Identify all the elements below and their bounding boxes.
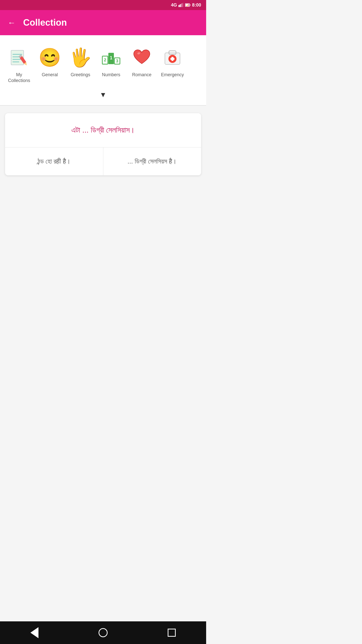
general-label: General xyxy=(42,72,58,78)
chevron-row[interactable]: ▼ xyxy=(0,88,206,103)
phrase-card: এটা ... ডিগ্রী সেলসিয়াস। ঠন্ড হো রही है… xyxy=(5,113,201,175)
greetings-icon: 🖐 xyxy=(69,48,92,66)
numbers-icon-wrap: 1 2 3 xyxy=(99,45,124,70)
romance-icon xyxy=(132,47,152,67)
greetings-label: Greetings xyxy=(71,72,90,78)
my-collections-icon xyxy=(9,47,29,67)
my-collections-label: My Collections xyxy=(7,72,32,84)
greetings-icon-wrap: 🖐 xyxy=(68,45,93,70)
signal-icon xyxy=(178,3,184,7)
numbers-label: Numbers xyxy=(102,72,120,78)
back-button[interactable]: ← xyxy=(8,19,16,27)
category-numbers[interactable]: 1 2 3 Numbers xyxy=(97,43,125,80)
my-collections-icon-wrap xyxy=(7,45,32,70)
card-sub-text-right: ... ডিগ্রী সেলসিয়স है। xyxy=(127,157,177,165)
svg-text:3: 3 xyxy=(116,59,118,63)
svg-rect-3 xyxy=(182,3,183,7)
general-icon-wrap: 😊 xyxy=(37,45,62,70)
svg-rect-5 xyxy=(190,4,190,6)
card-bottom-left[interactable]: ঠন্ড হো রही है। xyxy=(5,147,103,175)
status-bar: 4G ⚡ 8:00 xyxy=(0,0,206,10)
svg-rect-1 xyxy=(180,4,181,7)
network-label: 4G xyxy=(171,3,177,8)
category-my-collections[interactable]: My Collections xyxy=(5,43,33,86)
romance-label: Romance xyxy=(132,72,151,78)
category-romance[interactable]: Romance xyxy=(128,43,156,80)
card-sub-text-left: ঠন্ড হো রही है। xyxy=(37,157,71,165)
battery-icon: ⚡ xyxy=(185,3,191,7)
svg-text:2: 2 xyxy=(104,58,106,62)
app-bar: ← Collection xyxy=(0,10,206,35)
time-label: 8:00 xyxy=(192,3,201,8)
svg-rect-27 xyxy=(170,58,174,60)
emergency-icon xyxy=(162,47,183,67)
emergency-icon-wrap xyxy=(160,45,185,70)
svg-text:1: 1 xyxy=(110,55,112,60)
categories-section: My Collections 😊 General 🖐 Greetings xyxy=(0,35,206,105)
emergency-label: Emergency xyxy=(161,72,184,78)
svg-rect-0 xyxy=(178,5,179,7)
category-emergency[interactable]: Emergency xyxy=(158,43,187,80)
card-bottom-right[interactable]: ... ডিগ্রী সেলসিয়স है। xyxy=(103,147,201,175)
category-greetings[interactable]: 🖐 Greetings xyxy=(66,43,95,80)
divider xyxy=(0,105,206,106)
card-bottom: ঠন্ড হো রही है। ... ডিগ্রী সেলসিয়স है। xyxy=(5,147,201,175)
app-title: Collection xyxy=(23,17,67,28)
romance-icon-wrap xyxy=(129,45,154,70)
svg-rect-2 xyxy=(181,4,182,7)
chevron-down-icon[interactable]: ▼ xyxy=(100,91,107,99)
svg-text:⚡: ⚡ xyxy=(186,4,189,7)
categories-row: My Collections 😊 General 🖐 Greetings xyxy=(0,40,206,88)
general-icon: 😊 xyxy=(38,48,61,66)
category-general[interactable]: 😊 General xyxy=(36,43,64,80)
card-main-text: এটা ... ডিগ্রী সেলসিয়াস। xyxy=(71,126,135,134)
numbers-icon: 1 2 3 xyxy=(101,47,121,67)
card-top: এটা ... ডিগ্রী সেলসিয়াস। xyxy=(5,113,201,147)
nav-spacer xyxy=(0,183,206,206)
status-icons: 4G ⚡ 8:00 xyxy=(171,3,201,8)
